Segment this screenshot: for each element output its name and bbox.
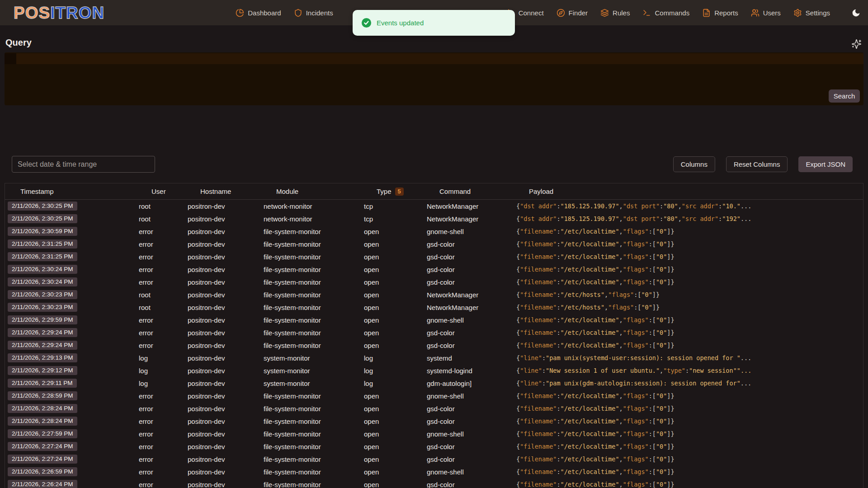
module-cell: network-monitor [261,215,361,223]
table-row[interactable]: 2/11/2026, 2:26:59 PMerrorpositron-devfi… [5,465,863,478]
payload-cell: {"filename":"/etc/localtime","flags":["0… [514,316,863,324]
sparkles-icon [851,39,862,49]
column-header-type[interactable]: Type5 [361,188,424,196]
user-cell: root [136,202,185,210]
hostname-cell: positron-dev [185,202,261,210]
query-editor-active-line [16,53,863,64]
user-cell: error [136,430,185,438]
user-cell: error [136,253,185,261]
theme-toggle-button[interactable] [851,8,861,18]
hostname-cell: positron-dev [185,215,261,223]
payload-cell: {"dst_addr":"185.125.190.97","dst_port":… [514,215,863,222]
module-cell: file-system-monitor [261,228,361,235]
query-assist-button[interactable] [851,39,862,49]
gear-icon [793,9,802,17]
table-row[interactable]: 2/11/2026, 2:29:59 PMerrorpositron-devfi… [5,314,863,326]
table-row[interactable]: 2/11/2026, 2:30:24 PMerrorpositron-devfi… [5,276,863,288]
table-row[interactable]: 2/11/2026, 2:30:59 PMerrorpositron-devfi… [5,225,863,238]
timestamp-pill: 2/11/2026, 2:27:24 PM [8,455,77,464]
payload-cell: {"line":"pam_unix(systemd-user:session):… [514,354,863,361]
hostname-cell: positron-dev [185,430,261,438]
table-row[interactable]: 2/11/2026, 2:30:24 PMerrorpositron-devfi… [5,263,863,276]
payload-cell: {"filename":"/etc/localtime","flags":["0… [514,481,863,488]
query-editor[interactable]: Search [5,52,863,105]
columns-button[interactable]: Columns [673,156,715,172]
nav-item-settings[interactable]: Settings [793,9,830,17]
timestamp-pill: 2/11/2026, 2:30:23 PM [8,303,77,312]
command-cell: NetworkManager [424,291,514,299]
table-row[interactable]: 2/11/2026, 2:30:23 PMrootpositron-devfil… [5,288,863,301]
nav-label: Settings [806,9,830,17]
table-row[interactable]: 2/11/2026, 2:29:13 PMlogpositron-devsyst… [5,352,863,364]
date-range-input[interactable] [12,156,155,173]
type-cell: open [361,481,424,488]
column-header-hostname[interactable]: Hostname [185,188,261,195]
command-cell: gsd-color [424,329,514,337]
hostname-cell: positron-dev [185,291,261,299]
command-cell: NetworkManager [424,304,514,311]
export-json-button[interactable]: Export JSON [798,156,853,172]
user-cell: error [136,316,185,324]
timestamp-pill: 2/11/2026, 2:30:24 PM [8,265,77,274]
table-row[interactable]: 2/11/2026, 2:29:24 PMerrorpositron-devfi… [5,339,863,352]
type-cell: open [361,329,424,337]
timestamp-pill: 2/11/2026, 2:30:25 PM [8,214,77,223]
check-circle-icon [361,18,372,28]
hostname-cell: positron-dev [185,316,261,324]
command-cell: systemd [424,354,514,362]
nav-item-commands[interactable]: Commands [642,9,689,17]
table-row[interactable]: 2/11/2026, 2:27:24 PMerrorpositron-devfi… [5,453,863,465]
nav-item-finder[interactable]: Finder [557,9,588,17]
table-row[interactable]: 2/11/2026, 2:29:12 PMlogpositron-devsyst… [5,364,863,377]
table-row[interactable]: 2/11/2026, 2:31:25 PMerrorpositron-devfi… [5,238,863,250]
table-row[interactable]: 2/11/2026, 2:28:59 PMerrorpositron-devfi… [5,389,863,402]
table-row[interactable]: 2/11/2026, 2:29:11 PMlogpositron-devsyst… [5,377,863,389]
timestamp-pill: 2/11/2026, 2:29:24 PM [8,341,77,350]
column-label: User [151,188,166,195]
command-cell: gsd-color [424,266,514,273]
nav-item-incidents[interactable]: Incidents [294,9,333,17]
column-header-payload[interactable]: Payload [514,188,863,195]
search-button[interactable]: Search [829,89,860,103]
table-row[interactable]: 2/11/2026, 2:26:24 PMerrorpositron-devfi… [5,478,863,488]
timestamp-pill: 2/11/2026, 2:27:24 PM [8,442,77,451]
command-cell: gnome-shell [424,430,514,438]
table-row[interactable]: 2/11/2026, 2:31:25 PMerrorpositron-devfi… [5,250,863,263]
table-row[interactable]: 2/11/2026, 2:28:24 PMerrorpositron-devfi… [5,415,863,427]
column-header-user[interactable]: User [136,188,185,195]
nav-item-dashboard[interactable]: Dashboard [236,9,281,17]
table-row[interactable]: 2/11/2026, 2:27:24 PMerrorpositron-devfi… [5,440,863,453]
table-row[interactable]: 2/11/2026, 2:28:24 PMerrorpositron-devfi… [5,402,863,415]
hostname-cell: positron-dev [185,405,261,413]
query-editor-gutter [5,53,16,64]
module-cell: system-monitor [261,380,361,387]
column-header-command[interactable]: Command [424,188,514,195]
user-cell: root [136,304,185,311]
user-cell: error [136,329,185,337]
user-cell: error [136,468,185,476]
hostname-cell: positron-dev [185,418,261,425]
nav-item-rules[interactable]: Rules [600,9,630,17]
table-row[interactable]: 2/11/2026, 2:27:59 PMerrorpositron-devfi… [5,427,863,440]
nav-item-reports[interactable]: Reports [702,9,738,17]
positron-logo[interactable]: POSITRON [14,5,104,21]
hostname-cell: positron-dev [185,253,261,261]
user-cell: log [136,380,185,387]
hostname-cell: positron-dev [185,278,261,286]
column-header-module[interactable]: Module [261,188,361,195]
type-cell: tcp [361,202,424,210]
reset-columns-button[interactable]: Reset Columns [726,156,788,172]
table-row[interactable]: 2/11/2026, 2:30:25 PMrootpositron-devnet… [5,200,863,212]
moon-icon [851,8,861,18]
table-row[interactable]: 2/11/2026, 2:30:23 PMrootpositron-devfil… [5,301,863,314]
table-header: TimestampUserHostnameModuleType5CommandP… [5,183,863,200]
nav-item-users[interactable]: Users [751,9,781,17]
command-cell: gsd-color [424,455,514,463]
table-row[interactable]: 2/11/2026, 2:30:25 PMrootpositron-devnet… [5,212,863,225]
command-cell: NetworkManager [424,215,514,223]
column-header-timestamp[interactable]: Timestamp [5,188,136,195]
column-label: Type [377,188,392,195]
type-cell: log [361,367,424,375]
user-cell: error [136,228,185,235]
table-row[interactable]: 2/11/2026, 2:29:24 PMerrorpositron-devfi… [5,326,863,339]
